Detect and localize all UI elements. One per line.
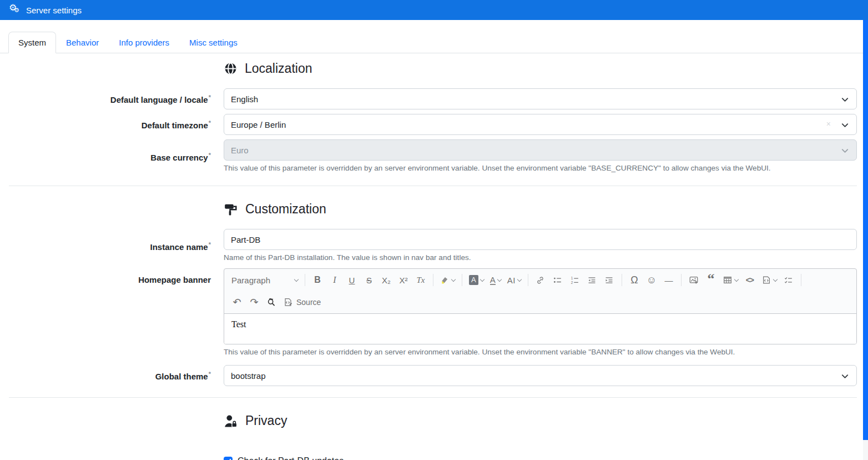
chevron-down-icon: [497, 277, 501, 281]
toolbar-separator: [801, 274, 801, 286]
highlight-icon[interactable]: [437, 272, 458, 288]
font-background-color-icon[interactable]: A: [466, 272, 487, 288]
default-language-select[interactable]: English: [224, 88, 857, 109]
svg-text:2: 2: [571, 280, 573, 284]
label-base-currency: Base currency*: [9, 152, 211, 162]
scrollbar-track[interactable]: [863, 20, 868, 460]
page-title: Server settings: [26, 6, 82, 15]
section-heading-localization: Localization: [224, 61, 857, 76]
tab-misc-settings[interactable]: Misc settings: [179, 32, 248, 53]
chevron-down-icon: [294, 277, 299, 281]
clear-selection-icon[interactable]: ×: [826, 119, 831, 128]
bulleted-list-icon[interactable]: [549, 272, 566, 288]
toolbar-separator: [462, 274, 462, 286]
editor-toolbar-row2: ↶↷Source: [224, 291, 856, 313]
strikethrough-icon[interactable]: S: [361, 272, 377, 288]
required-marker: *: [209, 241, 211, 248]
chevron-down-icon: [841, 372, 849, 381]
section-divider: [9, 397, 857, 398]
code-block-icon[interactable]: [759, 272, 780, 288]
inline-code-icon[interactable]: <>: [741, 272, 758, 288]
rich-text-editor: ParagraphBIUSX₂X²TxAAAI12Ω☺—“<> ↶↷Source…: [224, 268, 857, 344]
required-marker: *: [209, 152, 211, 158]
base-currency-select: Euro: [224, 139, 857, 161]
globe-icon: [224, 62, 238, 76]
chevron-down-icon: [517, 277, 522, 281]
link-icon[interactable]: [532, 272, 549, 288]
toolbar-separator: [528, 274, 528, 286]
required-marker: *: [209, 94, 211, 101]
scrollbar-thumb[interactable]: [863, 20, 868, 440]
superscript-icon[interactable]: X²: [395, 272, 412, 288]
toolbar-separator: [305, 274, 305, 286]
label-homepage-banner: Homepage banner: [9, 268, 211, 284]
instance-name-input[interactable]: [224, 229, 857, 250]
chevron-down-icon: [773, 277, 778, 281]
font-color-icon[interactable]: A: [487, 272, 504, 288]
find-replace-icon[interactable]: [263, 294, 280, 311]
help-base-currency: This value of this parameter is overridd…: [224, 164, 857, 172]
emoji-icon[interactable]: ☺: [643, 272, 660, 288]
block-quote-icon[interactable]: “: [703, 272, 719, 288]
label-default-timezone: Default timezone*: [9, 119, 211, 130]
todo-list-icon[interactable]: [780, 272, 797, 288]
indent-icon[interactable]: [601, 272, 618, 288]
settings-form: Localization Default language / locale* …: [0, 53, 868, 460]
redo-icon[interactable]: ↷: [246, 294, 263, 311]
chevron-down-icon: [841, 147, 849, 155]
check-updates-checkbox[interactable]: [224, 457, 233, 460]
user-lock-icon: [224, 414, 238, 428]
subscript-icon[interactable]: X₂: [378, 272, 395, 288]
remove-format-icon[interactable]: Tx: [412, 272, 429, 288]
chevron-down-icon: [480, 277, 484, 281]
section-heading-customization: Customization: [224, 202, 857, 217]
paint-roller-icon: [224, 202, 238, 217]
source-editing-button[interactable]: Source: [280, 294, 324, 311]
editor-content[interactable]: Test: [224, 313, 856, 344]
editor-toolbar-row1: ParagraphBIUSX₂X²TxAAAI12Ω☺—“<>: [224, 269, 856, 291]
toolbar-separator: [622, 274, 622, 286]
horizontal-line-icon[interactable]: —: [660, 272, 677, 288]
tab-behavior[interactable]: Behavior: [56, 32, 109, 53]
gears-icon: ⚙⚙: [9, 4, 21, 16]
svg-text:1: 1: [571, 276, 573, 280]
special-characters-icon[interactable]: Ω: [626, 272, 643, 288]
outdent-icon[interactable]: [584, 272, 600, 288]
required-marker: *: [209, 371, 211, 377]
label-instance-name: Instance name*: [9, 241, 211, 252]
toolbar-separator: [681, 274, 682, 286]
toolbar-separator: [433, 274, 433, 286]
label-default-language: Default language / locale*: [9, 94, 211, 104]
settings-tab-bar: System Behavior Info providers Misc sett…: [0, 20, 868, 53]
insert-image-icon[interactable]: [685, 272, 702, 288]
numbered-list-icon[interactable]: 12: [567, 272, 583, 288]
section-divider: [9, 186, 857, 186]
tab-system[interactable]: System: [8, 32, 56, 53]
chevron-down-icon: [841, 121, 849, 129]
font-size-icon[interactable]: AI: [504, 272, 524, 288]
tab-info-providers[interactable]: Info providers: [109, 32, 179, 53]
card-header: ⚙⚙ Server settings: [0, 0, 868, 20]
underline-icon[interactable]: U: [344, 272, 360, 288]
help-homepage-banner: This value of this parameter is overridd…: [224, 348, 857, 356]
default-timezone-select[interactable]: Europe / Berlin ×: [224, 114, 857, 135]
label-global-theme: Global theme*: [9, 371, 211, 381]
global-theme-select[interactable]: bootstrap: [224, 365, 857, 386]
required-marker: *: [209, 119, 211, 126]
heading-dropdown[interactable]: Paragraph: [229, 272, 301, 288]
chevron-down-icon: [451, 277, 456, 281]
chevron-down-icon: [841, 96, 849, 104]
undo-icon[interactable]: ↶: [229, 294, 245, 311]
help-instance-name: Name of this Part-DB installation. The v…: [224, 253, 857, 262]
chevron-down-icon: [734, 277, 739, 281]
section-heading-privacy: Privacy: [224, 413, 857, 428]
italic-icon[interactable]: I: [326, 272, 343, 288]
check-updates-label[interactable]: Check for Part-DB updates: [238, 456, 344, 460]
insert-table-icon[interactable]: [720, 272, 741, 288]
bold-icon[interactable]: B: [309, 272, 326, 288]
